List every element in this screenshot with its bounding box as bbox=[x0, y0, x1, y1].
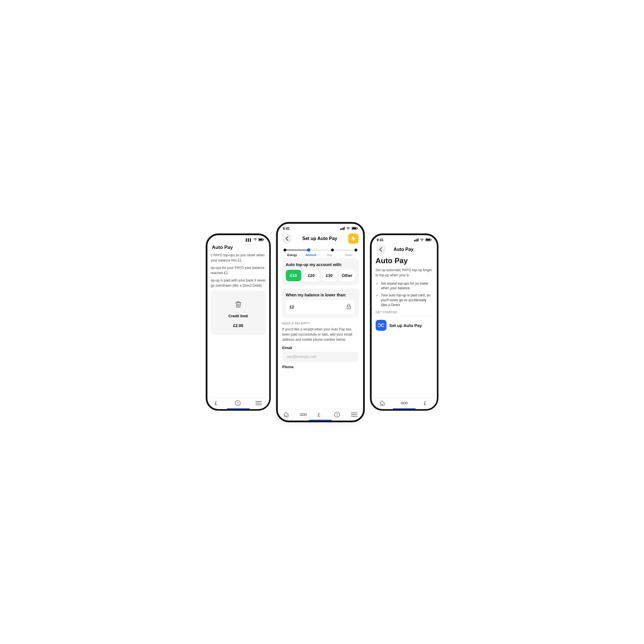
status-time-center: 9:41 bbox=[283, 227, 290, 231]
status-bar-right: 9:41 bbox=[372, 235, 437, 243]
wifi-icon-center bbox=[346, 227, 350, 231]
balance-value: £2 bbox=[290, 305, 294, 309]
svg-rect-32 bbox=[415, 239, 416, 241]
svg-rect-13 bbox=[343, 227, 344, 230]
nav-icon-help-left[interactable]: ? bbox=[235, 400, 241, 406]
amount-btn-20[interactable]: £20 bbox=[304, 270, 319, 281]
status-time-right: 9:41 bbox=[377, 238, 384, 242]
step-line-1 bbox=[286, 250, 307, 250]
scene: ▌▌▌ Auto Pay c PAYG top-ups so you never… bbox=[171, 211, 474, 434]
step-label-done: Done bbox=[339, 253, 358, 257]
svg-text:£: £ bbox=[318, 412, 320, 418]
receipt-desc: If you'd like a receipt when your Auto P… bbox=[282, 327, 358, 342]
check-text-1: Set repeat top-ups for yo meter when you… bbox=[381, 281, 433, 291]
nav-icon-activity-center[interactable] bbox=[300, 412, 307, 417]
step-label-pay: Pay bbox=[320, 253, 339, 257]
top-nav-center: Set up Auto Pay bbox=[278, 232, 363, 246]
nav-title-right: Auto Pay bbox=[385, 247, 422, 252]
step-dot-pay bbox=[331, 249, 334, 251]
back-button-center[interactable] bbox=[282, 234, 292, 243]
balance-card-title: When my balance is lower than: bbox=[286, 293, 355, 297]
svg-rect-11 bbox=[340, 229, 341, 230]
nav-icon-home-right[interactable] bbox=[379, 400, 385, 406]
status-bar-left: ▌▌▌ bbox=[207, 235, 269, 243]
nav-icon-pound-center[interactable]: £ bbox=[318, 411, 323, 418]
nav-icon-activity-right[interactable] bbox=[401, 401, 408, 405]
svg-point-39 bbox=[403, 402, 405, 404]
main-content-center: Auto top-up my account with: £10 £20 £30… bbox=[278, 258, 363, 409]
back-button-right[interactable] bbox=[376, 245, 385, 254]
amount-options: £10 £20 £30 Other bbox=[286, 270, 355, 281]
svg-text:?: ? bbox=[237, 401, 239, 405]
lock-icon bbox=[346, 304, 351, 310]
status-icons-left: ▌▌▌ bbox=[246, 238, 264, 242]
svg-rect-14 bbox=[344, 227, 345, 230]
svg-rect-12 bbox=[341, 228, 342, 230]
step-dot-done bbox=[354, 249, 357, 251]
step-label-amount: Amount bbox=[302, 253, 320, 257]
balance-input[interactable]: £2 bbox=[286, 300, 355, 314]
svg-rect-2 bbox=[259, 239, 262, 240]
step-dot-energy bbox=[284, 249, 286, 251]
step-label-energy: Energy bbox=[283, 253, 302, 257]
nav-icon-help-center[interactable]: ? bbox=[334, 411, 340, 418]
receipt-section: NEED A RECEIPT? If you'd like a receipt … bbox=[282, 322, 359, 369]
topup-card-title: Auto top-up my account with: bbox=[286, 262, 355, 267]
svg-text:£: £ bbox=[215, 401, 217, 406]
credit-limit-label: Credit limit bbox=[215, 314, 262, 318]
signal-icon-left: ▌▌▌ bbox=[246, 238, 252, 241]
balance-card: When my balance is lower than: £2 bbox=[282, 289, 359, 318]
delete-button[interactable] bbox=[231, 297, 245, 312]
check-item-1: ✓ Set repeat top-ups for yo meter when y… bbox=[376, 281, 433, 291]
svg-rect-33 bbox=[417, 239, 417, 241]
status-icons-right bbox=[414, 238, 432, 242]
check-icon-1: ✓ bbox=[376, 282, 379, 286]
svg-rect-16 bbox=[357, 228, 358, 229]
email-label: Email bbox=[282, 346, 358, 350]
amount-btn-30[interactable]: £30 bbox=[322, 270, 337, 281]
phone-label: Phone bbox=[282, 365, 358, 369]
right-content: Auto Pay Set up automatic PAYG top-up fo… bbox=[372, 256, 437, 397]
top-nav-right: Auto Pay bbox=[372, 243, 437, 256]
phone-right: 9:41 Auto Pay Auto Pay S bbox=[370, 233, 439, 411]
status-icons-center bbox=[340, 227, 358, 231]
svg-rect-17 bbox=[352, 227, 356, 229]
bottom-nav-right: £ bbox=[372, 397, 437, 409]
lightning-button[interactable] bbox=[348, 233, 358, 244]
setup-btn-icon bbox=[376, 320, 387, 331]
phone-left: ▌▌▌ Auto Pay c PAYG top-ups so you never… bbox=[206, 233, 271, 411]
bottom-nav-center: £ ? bbox=[278, 409, 363, 421]
step-labels: Energy Amount Pay Done bbox=[278, 253, 363, 258]
svg-rect-1 bbox=[263, 239, 264, 240]
wifi-icon-right bbox=[420, 238, 424, 242]
svg-point-22 bbox=[305, 413, 307, 415]
setup-btn-text: Set up Auto Pay bbox=[389, 323, 422, 328]
receipt-label: NEED A RECEIPT? bbox=[282, 322, 358, 325]
nav-icon-menu-left[interactable] bbox=[255, 401, 262, 406]
get-started-label: GET STARTED bbox=[376, 311, 433, 314]
page-title-left: Auto Pay bbox=[212, 245, 233, 250]
divider-right bbox=[376, 316, 433, 316]
nav-icon-home-center[interactable] bbox=[283, 412, 289, 417]
nav-icon-pound-right[interactable]: £ bbox=[424, 400, 429, 406]
autopay-desc: Set up automatic PAYG top-up forget to t… bbox=[376, 267, 433, 278]
nav-icon-pound-left[interactable]: £ bbox=[215, 400, 220, 406]
credit-value: £2.00 bbox=[215, 320, 262, 331]
svg-rect-37 bbox=[426, 239, 430, 241]
step-dot-amount bbox=[307, 248, 310, 252]
amount-btn-other[interactable]: Other bbox=[339, 270, 355, 281]
amount-btn-10[interactable]: £10 bbox=[286, 270, 302, 281]
svg-text:?: ? bbox=[336, 413, 338, 417]
top-nav-left: Auto Pay bbox=[207, 243, 269, 253]
email-input[interactable]: sam@example.com bbox=[282, 352, 358, 362]
setup-autopay-button[interactable]: Set up Auto Pay bbox=[376, 320, 433, 331]
status-bar-center: 9:41 bbox=[278, 224, 363, 232]
svg-point-40 bbox=[406, 402, 408, 404]
desc-text-2: op-ups for your PAYG your balance reache… bbox=[211, 265, 266, 276]
step-line-2 bbox=[310, 250, 331, 250]
nav-icon-menu-center[interactable] bbox=[351, 412, 357, 417]
svg-point-38 bbox=[401, 402, 403, 404]
left-content: c PAYG top-ups so you never when your ba… bbox=[207, 253, 269, 397]
progress-steps bbox=[278, 246, 363, 253]
check-text-2: Your auto top-up is paid card, so you'll… bbox=[381, 293, 433, 307]
